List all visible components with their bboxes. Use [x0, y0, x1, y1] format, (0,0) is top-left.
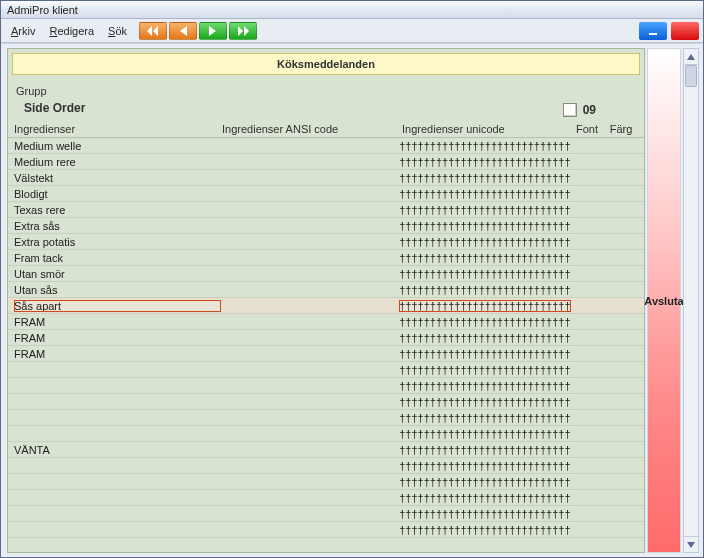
app-window: AdmiPro klient Arkiv Redigera Sök — [0, 0, 704, 558]
cell-unicode: †††††††††††††††††††††††††††† — [399, 380, 570, 392]
table-row[interactable]: FRAM†††††††††††††††††††††††††††† — [8, 346, 644, 362]
cell-unicode: †††††††††††††††††††††††††††† — [399, 188, 570, 200]
scroll-up-icon[interactable] — [684, 49, 698, 65]
col-ingredienser: Ingredienser — [14, 123, 222, 135]
sidebar-label: Avsluta — [644, 295, 683, 307]
table-row[interactable]: Medium rere†††††††††††††††††††††††††††† — [8, 154, 644, 170]
cell-name: Extra potatis — [14, 236, 221, 248]
table-row[interactable]: FRAM†††††††††††††††††††††††††††† — [8, 314, 644, 330]
cell-unicode: †††††††††††††††††††††††††††† — [399, 252, 570, 264]
menubar: Arkiv Redigera Sök — [1, 19, 703, 43]
cell-unicode: †††††††††††††††††††††††††††† — [399, 460, 570, 472]
cell-name: VÄNTA — [14, 444, 221, 456]
cell-unicode: †††††††††††††††††††††††††††† — [399, 476, 570, 488]
window-title: AdmiPro klient — [7, 4, 78, 16]
table-row[interactable]: FRAM†††††††††††††††††††††††††††† — [8, 330, 644, 346]
cell-unicode: †††††††††††††††††††††††††††† — [399, 348, 570, 360]
cell-name: Texas rere — [14, 204, 221, 216]
group-label-row: Grupp — [8, 79, 644, 99]
table-row[interactable]: VÄNTA†††††††††††††††††††††††††††† — [8, 442, 644, 458]
table-row[interactable]: †††††††††††††††††††††††††††† — [8, 378, 644, 394]
cell-unicode: †††††††††††††††††††††††††††† — [399, 524, 570, 536]
table-row[interactable]: †††††††††††††††††††††††††††† — [8, 362, 644, 378]
cell-unicode: †††††††††††††††††††††††††††† — [399, 396, 570, 408]
cell-name: FRAM — [14, 332, 221, 344]
cell-name: Blodigt — [14, 188, 221, 200]
cell-unicode: †††††††††††††††††††††††††††† — [399, 444, 570, 456]
minimize-button[interactable] — [639, 22, 667, 40]
cell-name: Utan sås — [14, 284, 221, 296]
cell-name: Extra sås — [14, 220, 221, 232]
col-farg: Färg — [604, 123, 638, 135]
cell-unicode: †††††††††††††††††††††††††††† — [399, 492, 570, 504]
group-label: Grupp — [16, 85, 47, 97]
cell-unicode: †††††††††††††††††††††††††††† — [399, 156, 570, 168]
table-row[interactable]: Extra potatis†††††††††††††††††††††††††††… — [8, 234, 644, 250]
group-value-row: Side Order 09 — [8, 99, 644, 121]
cell-unicode: †††††††††††††††††††††††††††† — [399, 364, 570, 376]
table-row[interactable]: †††††††††††††††††††††††††††† — [8, 394, 644, 410]
content-area: Köksmeddelanden Grupp Side Order 09 Ingr… — [1, 43, 703, 557]
cell-unicode: †††††††††††††††††††††††††††† — [399, 300, 570, 312]
col-font: Font — [570, 123, 604, 135]
data-grid[interactable]: Medium welle††††††††††††††††††††††††††††… — [8, 138, 644, 552]
cell-unicode: †††††††††††††††††††††††††††† — [399, 268, 570, 280]
cell-name: Utan smör — [14, 268, 221, 280]
cell-unicode: †††††††††††††††††††††††††††† — [399, 204, 570, 216]
column-headers: Ingredienser Ingredienser ANSI code Ingr… — [8, 121, 644, 138]
col-unicode: Ingredienser unicode — [402, 123, 570, 135]
vertical-scrollbar[interactable] — [683, 48, 699, 553]
close-button[interactable] — [671, 22, 699, 40]
cell-name: Välstekt — [14, 172, 221, 184]
table-row[interactable]: Välstekt†††††††††††††††††††††††††††† — [8, 170, 644, 186]
table-row[interactable]: Medium welle†††††††††††††††††††††††††††† — [8, 138, 644, 154]
cell-unicode: †††††††††††††††††††††††††††† — [399, 140, 570, 152]
table-row[interactable]: Sås apart†††††††††††††††††††††††††††† — [8, 298, 644, 314]
table-row[interactable]: †††††††††††††††††††††††††††† — [8, 522, 644, 538]
menu-arkiv[interactable]: Arkiv — [5, 23, 41, 39]
table-row[interactable]: Utan sås†††††††††††††††††††††††††††† — [8, 282, 644, 298]
table-row[interactable]: Fram tack†††††††††††††††††††††††††††† — [8, 250, 644, 266]
main-panel: Köksmeddelanden Grupp Side Order 09 Ingr… — [7, 48, 645, 553]
table-row[interactable]: Extra sås†††††††††††††††††††††††††††† — [8, 218, 644, 234]
table-row[interactable]: †††††††††††††††††††††††††††† — [8, 458, 644, 474]
menu-sok[interactable]: Sök — [102, 23, 133, 39]
scroll-track[interactable] — [684, 65, 698, 536]
nav-first-button[interactable] — [139, 22, 167, 40]
cell-name: FRAM — [14, 316, 221, 328]
scroll-thumb[interactable] — [685, 65, 697, 87]
cell-unicode: †††††††††††††††††††††††††††† — [399, 236, 570, 248]
nav-next-button[interactable] — [199, 22, 227, 40]
table-row[interactable]: Utan smör†††††††††††††††††††††††††††† — [8, 266, 644, 282]
cell-name: Fram tack — [14, 252, 221, 264]
number-checkbox[interactable] — [563, 103, 577, 117]
cell-unicode: †††††††††††††††††††††††††††† — [399, 508, 570, 520]
table-row[interactable]: Blodigt†††††††††††††††††††††††††††† — [8, 186, 644, 202]
scroll-down-icon[interactable] — [684, 536, 698, 552]
cell-unicode: †††††††††††††††††††††††††††† — [399, 284, 570, 296]
table-row[interactable]: †††††††††††††††††††††††††††† — [8, 410, 644, 426]
cell-unicode: †††††††††††††††††††††††††††† — [399, 172, 570, 184]
col-ansi: Ingredienser ANSI code — [222, 123, 402, 135]
group-value: Side Order — [16, 101, 85, 119]
sidebar-exit[interactable]: Avsluta — [647, 48, 681, 553]
number-box: 09 — [563, 103, 596, 117]
table-row[interactable]: †††††††††††††††††††††††††††† — [8, 426, 644, 442]
cell-unicode: †††††††††††††††††††††††††††† — [399, 412, 570, 424]
svg-rect-0 — [649, 33, 657, 35]
table-row[interactable]: †††††††††††††††††††††††††††† — [8, 490, 644, 506]
cell-name: FRAM — [14, 348, 221, 360]
cell-name: Sås apart — [14, 300, 221, 312]
titlebar: AdmiPro klient — [1, 1, 703, 19]
table-row[interactable]: †††††††††††††††††††††††††††† — [8, 506, 644, 522]
cell-unicode: †††††††††††††††††††††††††††† — [399, 220, 570, 232]
nav-prev-button[interactable] — [169, 22, 197, 40]
cell-unicode: †††††††††††††††††††††††††††† — [399, 428, 570, 440]
cell-unicode: †††††††††††††††††††††††††††† — [399, 332, 570, 344]
cell-name: Medium welle — [14, 140, 221, 152]
table-row[interactable]: †††††††††††††††††††††††††††† — [8, 474, 644, 490]
cell-name: Medium rere — [14, 156, 221, 168]
menu-redigera[interactable]: Redigera — [43, 23, 100, 39]
nav-last-button[interactable] — [229, 22, 257, 40]
table-row[interactable]: Texas rere†††††††††††††††††††††††††††† — [8, 202, 644, 218]
